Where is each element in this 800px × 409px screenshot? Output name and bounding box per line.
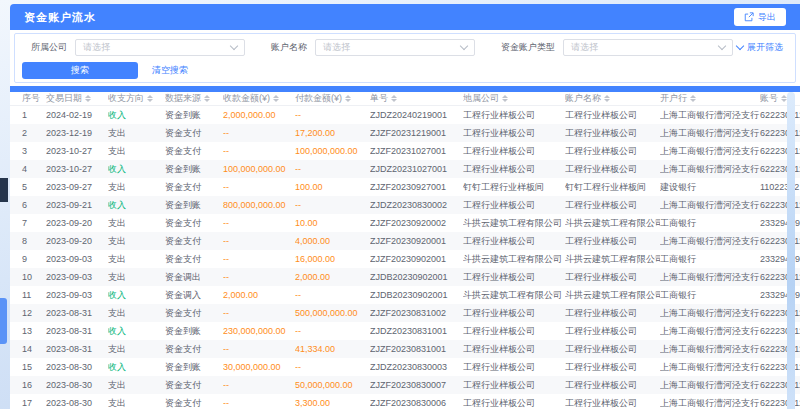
app-panel: 资金账户流水 导出 所属公司 请选择 账户名称 请选择 bbox=[10, 4, 800, 409]
cell-bank: 上海工商银行漕河泾支行 bbox=[660, 199, 760, 212]
column-header[interactable]: 收款金额(¥) bbox=[223, 92, 295, 105]
cell-order-number: ZJZF20231027001 bbox=[370, 146, 463, 156]
table-row[interactable]: 14 2023-08-31 支出 资金支付 -- 41,334.00 ZJZF2… bbox=[10, 340, 800, 358]
sort-carets-icon bbox=[604, 95, 610, 102]
cell-bank: 上海工商银行漕河泾支行 bbox=[660, 325, 760, 338]
export-button-label: 导出 bbox=[758, 11, 776, 24]
cell-sequence: 17 bbox=[10, 398, 46, 408]
table-row[interactable]: 9 2023-09-03 支出 资金支付 -- 16,000.00 ZJZF20… bbox=[10, 250, 800, 268]
search-button[interactable]: 搜索 bbox=[22, 62, 138, 79]
cell-receive-amount: -- bbox=[223, 218, 295, 228]
table-row[interactable]: 10 2023-09-03 支出 资金调出 -- 2,000.00 ZJDB20… bbox=[10, 268, 800, 286]
column-header-label: 序号 bbox=[22, 92, 40, 105]
cell-direction: 支出 bbox=[108, 307, 165, 320]
cell-company: 工程行业样板公司 bbox=[463, 361, 565, 374]
company-select[interactable]: 请选择 bbox=[75, 39, 245, 56]
cell-order-number: ZJZF20230927001 bbox=[370, 182, 463, 192]
table-row[interactable]: 1 2024-02-19 收入 资金到账 2,000,000.00 -- ZJD… bbox=[10, 106, 800, 124]
table-row[interactable]: 3 2023-10-27 支出 资金支付 -- 100,000,000.00 Z… bbox=[10, 142, 800, 160]
cell-receive-amount: -- bbox=[223, 236, 295, 246]
column-header-label: 收款金额(¥) bbox=[223, 92, 270, 105]
cell-account-name: 工程行业样板公司 bbox=[565, 271, 660, 284]
table-row[interactable]: 5 2023-09-27 支出 资金支付 -- 100.00 ZJZF20230… bbox=[10, 178, 800, 196]
cell-account-name: 工程行业样板公司 bbox=[565, 307, 660, 320]
cell-sequence: 7 bbox=[10, 218, 46, 228]
cell-pay-amount: 3,300.00 bbox=[295, 398, 370, 408]
cell-bank: 上海工商银行漕河泾支行 bbox=[660, 379, 760, 392]
column-header[interactable]: 账户名称 bbox=[565, 92, 660, 105]
cell-bank: 工商银行 bbox=[660, 253, 760, 266]
account-name-select-placeholder: 请选择 bbox=[323, 41, 350, 54]
cell-receive-amount: 800,000,000.00 bbox=[223, 200, 295, 210]
cell-sequence: 6 bbox=[10, 200, 46, 210]
cell-data-source: 资金到账 bbox=[165, 325, 223, 338]
column-header[interactable]: 收支方向 bbox=[108, 92, 165, 105]
cell-pay-amount: -- bbox=[295, 164, 370, 174]
table-row[interactable]: 11 2023-09-03 收入 资金调入 2,000.00 -- ZJDB20… bbox=[10, 286, 800, 304]
table-row[interactable]: 16 2023-08-30 支出 资金支付 -- 50,000,000.00 Z… bbox=[10, 376, 800, 394]
cell-order-number: ZJZF20230920001 bbox=[370, 236, 463, 246]
table-row[interactable]: 17 2023-08-30 支出 资金支付 -- 3,300.00 ZJZF20… bbox=[10, 394, 800, 409]
chevron-down-icon bbox=[460, 42, 468, 50]
cell-transaction-date: 2023-08-31 bbox=[46, 344, 108, 354]
cell-direction: 支出 bbox=[108, 217, 165, 230]
cell-order-number: ZJDZ20230831001 bbox=[370, 326, 463, 336]
account-name-select[interactable]: 请选择 bbox=[315, 39, 475, 56]
table-row[interactable]: 7 2023-09-20 支出 资金支付 -- 10.00 ZJZF202309… bbox=[10, 214, 800, 232]
export-button[interactable]: 导出 bbox=[734, 8, 786, 26]
cell-order-number: ZJZF20230831002 bbox=[370, 308, 463, 318]
expand-filter-link[interactable]: 展开筛选 bbox=[737, 41, 785, 54]
company-filter-label: 所属公司 bbox=[31, 41, 67, 54]
column-header[interactable]: 地属公司 bbox=[463, 92, 565, 105]
cell-direction: 支出 bbox=[108, 253, 165, 266]
cell-direction: 收入 bbox=[108, 109, 165, 122]
cell-bank: 上海工商银行漕河泾支行 bbox=[660, 127, 760, 140]
clear-search-link[interactable]: 清空搜索 bbox=[152, 64, 188, 77]
cell-account-name: 斗拱云建筑工程有限公司 bbox=[565, 217, 660, 230]
column-header[interactable]: 付款金额(¥) bbox=[295, 92, 370, 105]
cell-pay-amount: 100,000,000.00 bbox=[295, 146, 370, 156]
table-row[interactable]: 6 2023-09-21 收入 资金到账 800,000,000.00 -- Z… bbox=[10, 196, 800, 214]
column-header-label: 付款金额(¥) bbox=[295, 92, 342, 105]
cell-account-name: 工程行业样板公司 bbox=[565, 127, 660, 140]
account-type-filter: 资金账户类型 请选择 bbox=[501, 39, 733, 56]
cell-order-number: ZJDZ20231027001 bbox=[370, 164, 463, 174]
cell-sequence: 4 bbox=[10, 164, 46, 174]
cell-direction: 支出 bbox=[108, 379, 165, 392]
table-row[interactable]: 4 2023-10-27 收入 资金到账 100,000,000.00 -- Z… bbox=[10, 160, 800, 178]
cell-receive-amount: 230,000,000.00 bbox=[223, 326, 295, 336]
cell-transaction-date: 2024-02-19 bbox=[46, 110, 108, 120]
cell-bank: 上海工商银行漕河泾支行 bbox=[660, 361, 760, 374]
cell-transaction-date: 2023-09-27 bbox=[46, 182, 108, 192]
cell-bank: 上海工商银行漕河泾支行 bbox=[660, 307, 760, 320]
column-header[interactable]: 交易日期 bbox=[46, 92, 108, 105]
column-header[interactable]: 单号 bbox=[370, 92, 463, 105]
cell-direction: 支出 bbox=[108, 145, 165, 158]
table-row[interactable]: 12 2023-08-31 支出 资金支付 -- 500,000,000.00 … bbox=[10, 304, 800, 322]
cell-pay-amount: 17,200.00 bbox=[295, 128, 370, 138]
cell-data-source: 资金支付 bbox=[165, 235, 223, 248]
cell-pay-amount: -- bbox=[295, 326, 370, 336]
column-header-label: 账户名称 bbox=[565, 92, 601, 105]
table-row[interactable]: 15 2023-08-30 收入 资金到账 30,000,000.00 -- Z… bbox=[10, 358, 800, 376]
cell-pay-amount: 4,000.00 bbox=[295, 236, 370, 246]
cell-direction: 收入 bbox=[108, 199, 165, 212]
account-type-select[interactable]: 请选择 bbox=[563, 39, 733, 56]
cell-pay-amount: 16,000.00 bbox=[295, 254, 370, 264]
column-header[interactable]: 数据来源 bbox=[165, 92, 223, 105]
cell-receive-amount: 100,000,000.00 bbox=[223, 164, 295, 174]
cell-account-name: 工程行业样板公司 bbox=[565, 361, 660, 374]
cell-transaction-date: 2023-09-20 bbox=[46, 236, 108, 246]
account-type-filter-label: 资金账户类型 bbox=[501, 41, 555, 54]
cell-bank: 工商银行 bbox=[660, 217, 760, 230]
table-row[interactable]: 13 2023-08-31 收入 资金到账 230,000,000.00 -- … bbox=[10, 322, 800, 340]
cell-pay-amount: -- bbox=[295, 110, 370, 120]
column-header[interactable]: 开户行 bbox=[660, 92, 760, 105]
cell-transaction-date: 2023-08-30 bbox=[46, 398, 108, 408]
table-row[interactable]: 2 2023-12-19 支出 资金支付 -- 17,200.00 ZJZF20… bbox=[10, 124, 800, 142]
vertical-scrollbar[interactable] bbox=[787, 92, 795, 409]
cell-direction: 收入 bbox=[108, 289, 165, 302]
cell-transaction-date: 2023-08-30 bbox=[46, 362, 108, 372]
table-row[interactable]: 8 2023-09-20 支出 资金支付 -- 4,000.00 ZJZF202… bbox=[10, 232, 800, 250]
cell-receive-amount: -- bbox=[223, 146, 295, 156]
